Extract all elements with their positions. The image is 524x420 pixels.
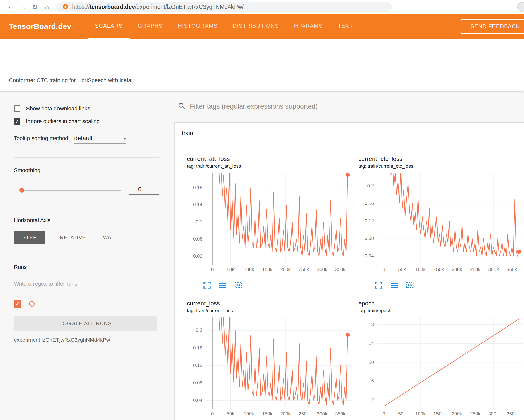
ignore-outliers-label: Ignore outliers in chart scaling [26,118,100,125]
divider [14,256,159,256]
home-icon[interactable]: ⌂ [41,2,53,13]
toggle-all-runs-button[interactable]: TOGGLE ALL RUNS [14,316,157,331]
train-card: train current_att_loss tag: train/curren… [174,122,524,420]
run-name: . [42,300,44,307]
url-text: https://tensorboard.dev/experiment/lzGnE… [72,4,244,10]
line-chart-epoch[interactable]: 26101418050k100k150k200k250k300k350k [358,317,524,420]
line-chart-current-loss[interactable]: 0.040.080.120.160.2050k100k150k200k250k3… [187,317,353,420]
tooltip-sorting-row: Tooltip sorting method: default ▾ [14,135,166,144]
line-chart-current-ctc-loss[interactable]: 0.040.080.120.160.2050k100k150k200k250k3… [358,173,524,275]
horizontal-axis-label: Horizontal Axis [14,217,166,224]
filter-tags-input[interactable] [190,103,521,110]
tab-graphs[interactable]: GRAPHS [130,14,170,39]
smoothing-label: Smoothing [14,167,166,174]
fit-domain-icon[interactable] [234,281,243,289]
axis-wall-button[interactable]: WALL [100,231,120,244]
toggle-y-axis-icon[interactable] [390,281,399,289]
chart-tag: tag: train/current_att_loss [187,163,353,169]
chart-title: current_att_loss [187,155,353,163]
search-icon [178,102,185,111]
chart-title: current_ctc_loss [358,155,524,163]
address-bar[interactable]: https://tensorboard.dev/experiment/lzGnE… [56,2,392,12]
charts-grid: current_att_loss tag: train/current_att_… [175,144,524,420]
show-download-links-label: Show data download links [26,105,90,112]
experiment-title-band: Conformer CTC training for LibriSpeech w… [0,39,524,91]
train-group-title: train [182,130,193,137]
chart-tag: tag: train/epoch [358,308,524,314]
chart-tag: tag: train/current_ctc_loss [358,163,524,169]
show-download-links-row: Show data download links [14,105,166,112]
expand-chart-icon[interactable] [374,281,383,289]
content: Show data download links ✓ Ignore outlie… [0,91,524,420]
ignore-outliers-checkbox[interactable]: ✓ [14,118,20,125]
tooltip-sorting-value: default [74,135,92,142]
line-chart-current-att-loss[interactable]: 0.020.060.10.140.18050k100k150k200k250k3… [187,173,353,275]
chart-card-current-ctc-loss: current_ctc_loss tag: train/current_ctc_… [358,155,524,289]
toggle-y-axis-icon[interactable] [218,281,227,289]
experiment-title: Conformer CTC training for LibriSpeech w… [9,77,134,84]
settings-sidebar: Show data download links ✓ Ignore outlie… [0,91,166,420]
axis-relative-button[interactable]: RELATIVE [57,231,88,244]
chart-card-current-loss: current_loss tag: train/current_loss 0.0… [187,299,353,420]
chart-card-epoch: epoch tag: train/epoch 26101418050k100k1… [358,299,524,420]
show-download-links-checkbox[interactable] [14,105,20,112]
run-color-icon[interactable] [29,301,35,307]
browser-toolbar: ← → ↻ ⌂ https://tensorboard.dev/experime… [0,0,524,14]
smoothing-slider[interactable] [20,190,121,191]
tensorboard-favicon-icon [62,3,69,11]
runs-label: Runs [14,264,166,271]
runs-filter-input[interactable] [14,281,159,290]
train-group-header[interactable]: train [175,123,524,144]
run-checkbox[interactable]: ✓ [14,300,21,308]
chart-title: epoch [358,299,524,307]
divider [14,157,159,158]
tooltip-sorting-label: Tooltip sorting method: [14,135,70,142]
chart-tag: tag: train/current_loss [187,308,353,314]
main-panel: train current_att_loss tag: train/curren… [166,91,524,420]
check-icon: ✓ [15,118,19,124]
run-row: ✓ . [14,300,166,308]
fit-domain-icon[interactable] [405,281,414,289]
ignore-outliers-row: ✓ Ignore outliers in chart scaling [14,118,166,125]
reload-icon[interactable]: ↻ [29,2,41,13]
brand-title: TensorBoard.dev [9,22,71,31]
tab-hparams[interactable]: HPARAMS [286,14,330,39]
smoothing-slider-row: 0 [14,186,159,195]
tab-scalars[interactable]: SCALARS [88,14,130,39]
axis-step-button[interactable]: STEP [14,231,45,244]
send-feedback-button[interactable]: SEND FEEDBACK [460,19,524,34]
chart-actions [202,281,353,289]
app-header: TensorBoard.dev SCALARS GRAPHS HISTOGRAM… [0,14,524,39]
page: { "icons": { "back": "←", "forward": "→"… [0,0,524,420]
chart-title: current_loss [187,299,353,307]
chart-actions [374,281,524,289]
chart-card-current-att-loss: current_att_loss tag: train/current_att_… [187,155,353,289]
experiment-id: experiment lzGnETjwRxC3yghNMd4kPw [14,337,166,343]
forward-icon[interactable]: → [17,2,29,13]
browser-avatar[interactable] [517,2,524,12]
nav-tabs: SCALARS GRAPHS HISTOGRAMS DISTRIBUTIONS … [88,14,361,39]
divider [14,208,159,208]
tooltip-sorting-dropdown[interactable]: default ▾ [74,135,126,144]
tab-distributions[interactable]: DISTRIBUTIONS [225,14,286,39]
horizontal-axis-buttons: STEP RELATIVE WALL [14,231,166,244]
back-icon[interactable]: ← [5,2,17,13]
tab-histograms[interactable]: HISTOGRAMS [170,14,225,39]
check-icon: ✓ [15,301,20,307]
tab-text[interactable]: TEXT [330,14,361,39]
filter-tags-row [178,102,521,114]
chevron-down-icon: ▾ [124,136,126,141]
expand-chart-icon[interactable] [202,281,212,289]
smoothing-slider-thumb[interactable] [19,188,24,193]
smoothing-value[interactable]: 0 [129,186,159,195]
